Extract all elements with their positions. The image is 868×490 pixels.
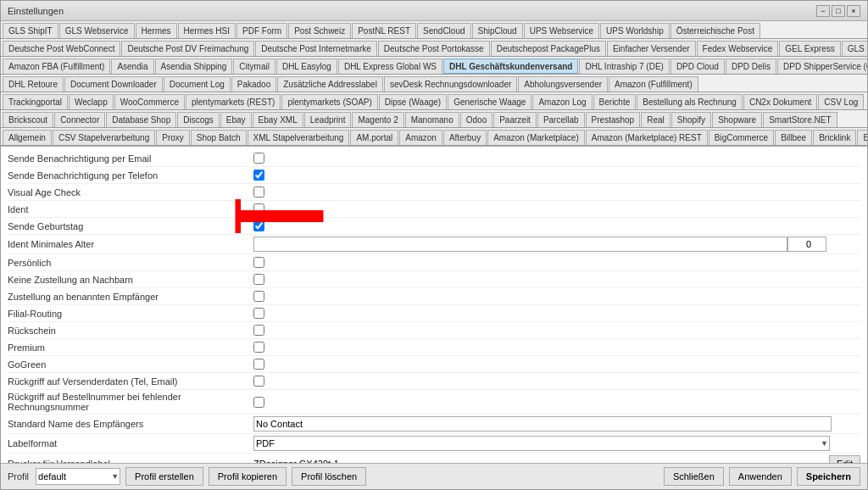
tab-dpd-shipperservice[interactable]: DPD ShipperService (CH) [777, 58, 867, 74]
tab-zusaetzliche-addresslabel[interactable]: Zusätzliche Addresslabel [277, 76, 383, 92]
tab-bigcommerce[interactable]: BigCommerce [709, 130, 774, 145]
edit-printer-button[interactable]: Edit [829, 455, 860, 463]
tab-discogs[interactable]: Discogs [177, 112, 220, 127]
tab-real[interactable]: Real [641, 112, 670, 127]
checkbox-keine-zustellung-nachbarn[interactable] [253, 274, 264, 285]
tab-gel-express[interactable]: GEL Express [779, 41, 841, 56]
tab-berichte[interactable]: Berichte [593, 94, 637, 109]
close-button-bottom[interactable]: Schließen [664, 467, 724, 486]
tab-cn2x-dokument[interactable]: CN2x Dokument [743, 94, 817, 109]
tab-amazon-fba[interactable]: Amazon FBA (Fulfillment) [3, 58, 110, 74]
checkbox-sende-geburtstag[interactable] [253, 220, 264, 231]
tab-allgemein[interactable]: Allgemein [3, 130, 52, 145]
tab-plentymarkets-rest[interactable]: plentymarkets (REST) [186, 94, 281, 109]
tab-manomano[interactable]: Manomano [405, 112, 459, 127]
tab-amazon[interactable]: Amazon [399, 130, 442, 145]
tab-ebay-xml[interactable]: Ebay XML [253, 112, 303, 127]
tab-amazon-fulfillment[interactable]: Amazon (Fulfillment) [609, 76, 698, 92]
tab-shipcloud[interactable]: ShipCloud [472, 23, 523, 38]
apply-button[interactable]: Anwenden [729, 467, 792, 486]
tab-proxy[interactable]: Proxy [156, 130, 190, 145]
tab-post-schweiz[interactable]: Post Schweiz [288, 23, 351, 38]
checkbox-zustellung-benannten[interactable] [253, 291, 264, 302]
tab-odoo[interactable]: Odoo [460, 112, 492, 127]
tab-leadprint[interactable]: Leadprint [304, 112, 352, 127]
tab-trackingportal[interactable]: Trackingportal [3, 94, 68, 109]
tab-citymail[interactable]: Citymail [233, 58, 275, 74]
tab-prestashop[interactable]: Prestashop [586, 112, 641, 127]
tab-amazon-marketplace-rest[interactable]: Amazon (Marketplace) REST [586, 130, 708, 145]
tab-dhl-easylog[interactable]: DHL Easylog [276, 58, 337, 74]
tab-shopware[interactable]: Shopware [712, 112, 762, 127]
tab-asendia[interactable]: Asendia [111, 58, 153, 74]
input-standard-name[interactable] [253, 416, 832, 432]
tab-pdf-form[interactable]: PDF Form [236, 23, 287, 38]
tab-einfacher-versender[interactable]: Einfacher Versender [607, 41, 696, 56]
input-ident-minimales-alter-text[interactable] [253, 237, 787, 252]
tab-document-log[interactable]: Document Log [164, 76, 231, 92]
tab-smartstore[interactable]: SmartStore.NET [763, 112, 837, 127]
tab-ups-webservice[interactable]: UPS Webservice [524, 23, 599, 38]
tab-pakadoo[interactable]: Pakadoo [231, 76, 276, 92]
tab-postnl-rest[interactable]: PostNL REST [352, 23, 416, 38]
tab-fedex-webservice[interactable]: Fedex Webservice [697, 41, 779, 56]
select-labelformat[interactable]: PDF PNG ZPL [253, 436, 830, 451]
input-ident-minimales-alter-number[interactable] [787, 237, 826, 252]
checkbox-rueckgriff-versenderdaten[interactable] [253, 376, 264, 387]
tab-brickow[interactable]: Brickow [857, 130, 867, 145]
checkbox-gogreen[interactable] [253, 359, 264, 370]
tab-dhl-retoure[interactable]: DHL Retoure [3, 76, 64, 92]
tab-csv-stapelverarbeitung[interactable]: CSV Stapelverarbeitung [53, 130, 155, 145]
copy-profile-button[interactable]: Profil kopieren [209, 467, 287, 486]
tab-dhl-intraship[interactable]: DHL Intraship 7 (DE) [579, 58, 669, 74]
tab-generische-waage[interactable]: Generische Waage [448, 94, 531, 109]
tab-shop-batch[interactable]: Shop Batch [191, 130, 247, 145]
profile-select[interactable]: default [36, 468, 120, 485]
checkbox-premium[interactable] [253, 342, 264, 353]
tab-magento2[interactable]: Magento 2 [352, 112, 403, 127]
checkbox-filial-routing[interactable] [253, 308, 264, 319]
tab-connector[interactable]: Connector [54, 112, 105, 127]
tab-sendcloud[interactable]: SendCloud [417, 23, 470, 38]
delete-profile-button[interactable]: Profil löschen [292, 467, 366, 486]
tab-deutsche-post-portokasse[interactable]: Deutsche Post Portokasse [378, 41, 490, 56]
tab-brickscout[interactable]: Brickscout [3, 112, 53, 127]
tab-bricklink[interactable]: Bricklink [813, 130, 856, 145]
checkbox-rueckschein[interactable] [253, 325, 264, 336]
tab-dhl-express-global[interactable]: DHL Express Global WS [338, 58, 442, 74]
checkbox-rueckgriff-bestellnummer[interactable] [253, 397, 264, 408]
tab-weclapp[interactable]: Weclapp [69, 94, 114, 109]
tab-shopify[interactable]: Shopify [671, 112, 711, 127]
tab-paarzeit[interactable]: Paarzeit [493, 112, 537, 127]
tab-am-portal[interactable]: AM.portal [350, 130, 398, 145]
tab-deutsche-post-dv[interactable]: Deutsche Post DV Freimachung [121, 41, 254, 56]
tab-csv-log[interactable]: CSV Log [818, 94, 864, 109]
tab-bestellung-als-rechnung[interactable]: Bestellung als Rechnung [637, 94, 743, 109]
tab-deutschepost-packageplus[interactable]: Deutschepost PackagePlus [491, 41, 606, 56]
tab-amazon-marketplace[interactable]: Amazon (Marketplace) [487, 130, 585, 145]
tab-deutsche-post-internetmarke[interactable]: Deutsche Post Internetmarke [255, 41, 377, 56]
checkbox-benachrichtigung-telefon[interactable] [253, 170, 264, 181]
tab-dpd-delis[interactable]: DPD Delis [726, 58, 776, 74]
tab-amazon-log[interactable]: Amazon Log [532, 94, 592, 109]
tab-billbee[interactable]: Billbee [775, 130, 812, 145]
tab-asendia-shipping[interactable]: Asendia Shipping [155, 58, 233, 74]
tab-database-shop[interactable]: Database Shop [106, 112, 176, 127]
checkbox-visual-age-check[interactable] [253, 187, 264, 198]
checkbox-benachrichtigung-email[interactable] [253, 153, 264, 164]
tab-gls-gepard[interactable]: GLS Gepard [842, 41, 867, 56]
checkbox-ident[interactable] [253, 203, 264, 214]
minimize-button[interactable]: − [816, 5, 830, 17]
save-button[interactable]: Speichern [797, 467, 860, 486]
tab-oesterreichische-post[interactable]: Österreichische Post [670, 23, 760, 38]
tab-deutsche-post-webconnect[interactable]: Deutsche Post WebConnect [3, 41, 120, 56]
create-profile-button[interactable]: Profil erstellen [125, 467, 203, 486]
tab-plentymarkets-soap[interactable]: plentymarkets (SOAP) [281, 94, 377, 109]
form-scroll-area[interactable]: Sende Benachrichtigung per Email Sende B… [1, 147, 867, 463]
tab-parcellab[interactable]: Parcellab [537, 112, 585, 127]
tab-gls-webservice[interactable]: GLS Webservice [59, 23, 135, 38]
tab-ebay[interactable]: Ebay [220, 112, 252, 127]
tab-xml-stapelverarbeitung[interactable]: XML Stapelverarbeitung [248, 130, 350, 145]
tab-woocommerce[interactable]: WooCommerce [114, 94, 185, 109]
checkbox-persoenlich[interactable] [253, 257, 264, 268]
